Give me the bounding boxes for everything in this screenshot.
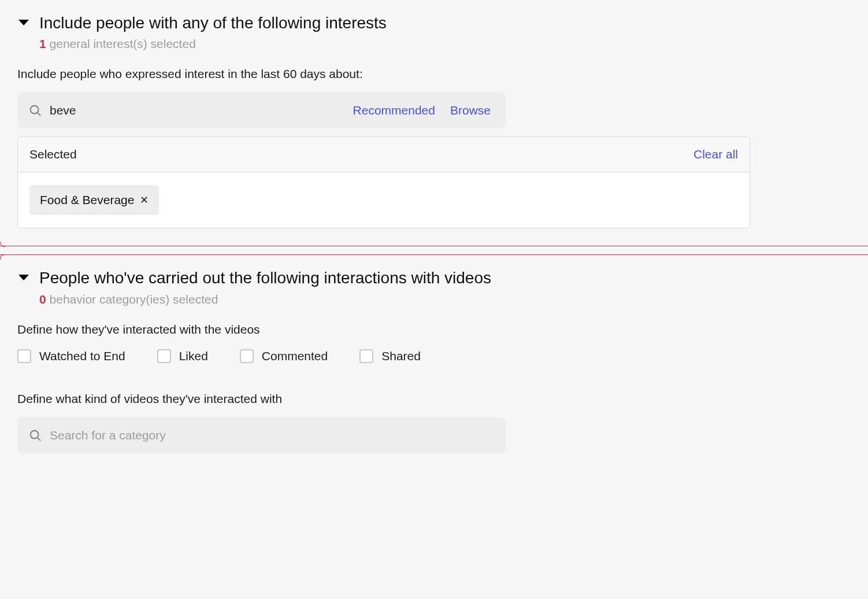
interact-description: Define how they've interacted with the v… xyxy=(17,323,851,337)
svg-line-3 xyxy=(38,438,40,441)
checkbox-label: Liked xyxy=(179,349,208,363)
checkbox-input[interactable] xyxy=(240,349,254,363)
interests-header: Include people with any of the following… xyxy=(17,13,851,51)
checkbox-label: Commented xyxy=(262,349,328,363)
interests-count-suffix: general interest(s) selected xyxy=(46,37,196,50)
collapse-toggle[interactable] xyxy=(17,268,30,280)
checkbox-label: Watched to End xyxy=(39,349,125,363)
chip-remove-icon[interactable]: ✕ xyxy=(140,194,149,206)
checkbox-commented[interactable]: Commented xyxy=(240,349,328,363)
clear-all-button[interactable]: Clear all xyxy=(693,147,738,161)
interests-title: Include people with any of the following… xyxy=(39,13,387,34)
interaction-checkboxes: Watched to End Liked Commented Shared xyxy=(17,349,851,363)
category-search-row xyxy=(17,417,506,453)
behaviors-count: 0 xyxy=(39,293,46,306)
caret-down-icon xyxy=(18,20,29,25)
interests-search-row: Recommended Browse xyxy=(17,93,506,128)
behaviors-count-suffix: behavior category(ies) selected xyxy=(46,293,218,306)
interests-count: 1 xyxy=(39,37,46,50)
svg-point-0 xyxy=(31,106,39,114)
checkbox-input[interactable] xyxy=(359,349,373,363)
behaviors-subtitle: 0 behavior category(ies) selected xyxy=(39,293,491,306)
interests-search-input[interactable] xyxy=(50,103,342,117)
behaviors-section: People who've carried out the following … xyxy=(0,255,868,470)
search-icon xyxy=(29,104,42,117)
section-divider xyxy=(0,246,868,255)
chip-label: Food & Beverage xyxy=(40,193,134,207)
selected-chip: Food & Beverage ✕ xyxy=(29,185,159,215)
caret-down-icon xyxy=(18,275,29,280)
checkbox-shared[interactable]: Shared xyxy=(359,349,421,363)
category-description: Define what kind of videos they've inter… xyxy=(17,392,851,406)
recommended-button[interactable]: Recommended xyxy=(350,103,439,117)
checkbox-label: Shared xyxy=(381,349,421,363)
checkbox-liked[interactable]: Liked xyxy=(157,349,208,363)
checkbox-watched-to-end[interactable]: Watched to End xyxy=(17,349,125,363)
category-search-input[interactable] xyxy=(50,428,494,442)
svg-line-1 xyxy=(38,113,40,116)
collapse-toggle[interactable] xyxy=(17,13,30,25)
svg-point-2 xyxy=(31,431,39,439)
selected-header: Selected Clear all xyxy=(18,137,750,172)
selected-panel: Selected Clear all Food & Beverage ✕ xyxy=(17,136,750,228)
interests-subtitle: 1 general interest(s) selected xyxy=(39,37,387,51)
checkbox-input[interactable] xyxy=(157,349,171,363)
interests-section: Include people with any of the following… xyxy=(0,0,868,246)
search-icon xyxy=(29,429,42,442)
selected-label: Selected xyxy=(29,147,77,161)
selected-body: Food & Beverage ✕ xyxy=(18,172,750,228)
browse-button[interactable]: Browse xyxy=(447,103,494,117)
behaviors-header: People who've carried out the following … xyxy=(17,268,851,306)
interests-description: Include people who expressed interest in… xyxy=(17,67,851,81)
behaviors-title: People who've carried out the following … xyxy=(39,268,491,289)
checkbox-input[interactable] xyxy=(17,349,31,363)
